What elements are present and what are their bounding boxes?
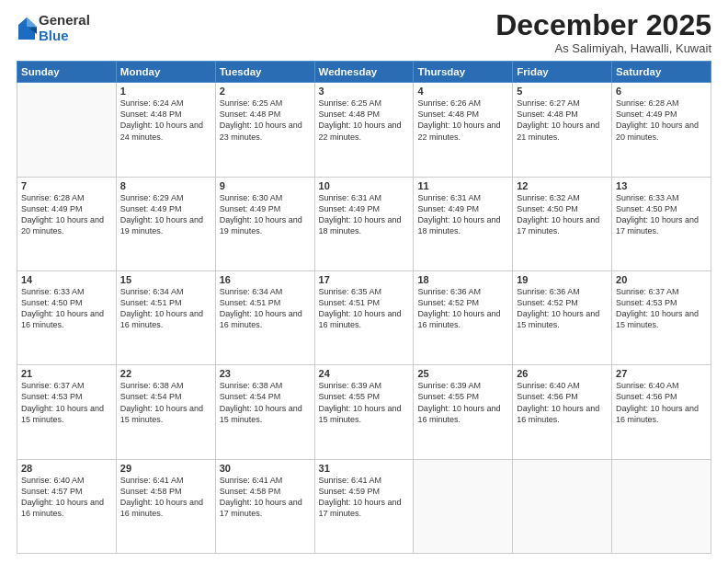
calendar-week-5: 28Sunrise: 6:40 AM Sunset: 4:57 PM Dayli… [17, 459, 711, 553]
day-number: 19 [517, 274, 608, 285]
day-info: Sunrise: 6:26 AM Sunset: 4:48 PM Dayligh… [417, 98, 508, 143]
title-block: December 2025 As Salimiyah, Hawalli, Kuw… [495, 9, 711, 55]
day-info: Sunrise: 6:32 AM Sunset: 4:50 PM Dayligh… [517, 192, 608, 237]
calendar-cell [612, 459, 711, 553]
calendar-cell: 15Sunrise: 6:34 AM Sunset: 4:51 PM Dayli… [116, 270, 215, 364]
day-number: 9 [220, 180, 311, 191]
day-info: Sunrise: 6:41 AM Sunset: 4:59 PM Dayligh… [319, 475, 410, 520]
calendar-table: Sunday Monday Tuesday Wednesday Thursday… [17, 61, 711, 554]
calendar-cell: 5Sunrise: 6:27 AM Sunset: 4:48 PM Daylig… [513, 83, 612, 177]
calendar-cell: 6Sunrise: 6:28 AM Sunset: 4:49 PM Daylig… [612, 83, 711, 177]
day-info: Sunrise: 6:34 AM Sunset: 4:51 PM Dayligh… [220, 286, 311, 331]
calendar-week-1: 1Sunrise: 6:24 AM Sunset: 4:48 PM Daylig… [17, 83, 711, 177]
calendar-cell: 30Sunrise: 6:41 AM Sunset: 4:58 PM Dayli… [215, 459, 314, 553]
day-number: 28 [21, 463, 112, 474]
calendar-cell: 18Sunrise: 6:36 AM Sunset: 4:52 PM Dayli… [414, 270, 513, 364]
calendar-cell: 8Sunrise: 6:29 AM Sunset: 4:49 PM Daylig… [116, 177, 215, 270]
day-number: 31 [319, 463, 410, 474]
calendar-cell: 31Sunrise: 6:41 AM Sunset: 4:59 PM Dayli… [314, 459, 414, 553]
day-number: 29 [120, 463, 211, 474]
header: General Blue December 2025 As Salimiyah,… [17, 9, 711, 55]
day-info: Sunrise: 6:38 AM Sunset: 4:54 PM Dayligh… [120, 380, 211, 425]
day-info: Sunrise: 6:24 AM Sunset: 4:48 PM Dayligh… [120, 98, 211, 143]
calendar-cell: 16Sunrise: 6:34 AM Sunset: 4:51 PM Dayli… [215, 270, 314, 364]
calendar-cell: 9Sunrise: 6:30 AM Sunset: 4:49 PM Daylig… [215, 177, 314, 270]
day-info: Sunrise: 6:29 AM Sunset: 4:49 PM Dayligh… [120, 192, 211, 237]
day-number: 5 [517, 86, 608, 97]
calendar-cell: 19Sunrise: 6:36 AM Sunset: 4:52 PM Dayli… [513, 270, 612, 364]
day-info: Sunrise: 6:41 AM Sunset: 4:58 PM Dayligh… [120, 475, 211, 520]
day-number: 15 [120, 274, 211, 285]
svg-marker-1 [27, 17, 37, 27]
day-info: Sunrise: 6:31 AM Sunset: 4:49 PM Dayligh… [417, 192, 508, 237]
logo-icon [17, 16, 37, 41]
calendar-cell: 4Sunrise: 6:26 AM Sunset: 4:48 PM Daylig… [414, 83, 513, 177]
day-number: 25 [417, 368, 508, 379]
day-info: Sunrise: 6:25 AM Sunset: 4:48 PM Dayligh… [319, 98, 410, 143]
month-title: December 2025 [495, 9, 711, 41]
calendar-cell [17, 83, 117, 177]
day-number: 2 [220, 86, 311, 97]
day-number: 30 [220, 463, 311, 474]
col-wednesday: Wednesday [314, 62, 414, 83]
calendar-cell: 27Sunrise: 6:40 AM Sunset: 4:56 PM Dayli… [612, 365, 711, 459]
calendar-cell: 2Sunrise: 6:25 AM Sunset: 4:48 PM Daylig… [215, 83, 314, 177]
day-info: Sunrise: 6:34 AM Sunset: 4:51 PM Dayligh… [120, 286, 211, 331]
day-info: Sunrise: 6:41 AM Sunset: 4:58 PM Dayligh… [220, 475, 311, 520]
day-info: Sunrise: 6:28 AM Sunset: 4:49 PM Dayligh… [616, 98, 707, 143]
day-info: Sunrise: 6:40 AM Sunset: 4:56 PM Dayligh… [517, 380, 608, 425]
col-tuesday: Tuesday [215, 62, 314, 83]
logo-text: General Blue [39, 13, 90, 43]
day-number: 1 [120, 86, 211, 97]
day-info: Sunrise: 6:33 AM Sunset: 4:50 PM Dayligh… [616, 192, 707, 237]
calendar-cell: 17Sunrise: 6:35 AM Sunset: 4:51 PM Dayli… [314, 270, 414, 364]
location-subtitle: As Salimiyah, Hawalli, Kuwait [495, 41, 711, 55]
calendar-cell: 14Sunrise: 6:33 AM Sunset: 4:50 PM Dayli… [17, 270, 117, 364]
calendar-cell: 3Sunrise: 6:25 AM Sunset: 4:48 PM Daylig… [314, 83, 414, 177]
col-friday: Friday [513, 62, 612, 83]
day-info: Sunrise: 6:36 AM Sunset: 4:52 PM Dayligh… [417, 286, 508, 331]
calendar-cell [414, 459, 513, 553]
day-number: 22 [120, 368, 211, 379]
day-number: 11 [417, 180, 508, 191]
day-number: 10 [319, 180, 410, 191]
day-number: 12 [517, 180, 608, 191]
day-number: 18 [417, 274, 508, 285]
day-number: 7 [21, 180, 112, 191]
day-info: Sunrise: 6:30 AM Sunset: 4:49 PM Dayligh… [220, 192, 311, 237]
calendar-cell: 28Sunrise: 6:40 AM Sunset: 4:57 PM Dayli… [17, 459, 117, 553]
calendar-week-3: 14Sunrise: 6:33 AM Sunset: 4:50 PM Dayli… [17, 270, 711, 364]
col-monday: Monday [116, 62, 215, 83]
day-number: 3 [319, 86, 410, 97]
day-info: Sunrise: 6:27 AM Sunset: 4:48 PM Dayligh… [517, 98, 608, 143]
calendar-cell: 11Sunrise: 6:31 AM Sunset: 4:49 PM Dayli… [414, 177, 513, 270]
day-info: Sunrise: 6:28 AM Sunset: 4:49 PM Dayligh… [21, 192, 112, 237]
day-info: Sunrise: 6:25 AM Sunset: 4:48 PM Dayligh… [220, 98, 311, 143]
page: General Blue December 2025 As Salimiyah,… [0, 0, 728, 563]
day-info: Sunrise: 6:40 AM Sunset: 4:57 PM Dayligh… [21, 475, 112, 520]
calendar-cell: 10Sunrise: 6:31 AM Sunset: 4:49 PM Dayli… [314, 177, 414, 270]
day-number: 26 [517, 368, 608, 379]
calendar-cell [513, 459, 612, 553]
calendar-cell: 20Sunrise: 6:37 AM Sunset: 4:53 PM Dayli… [612, 270, 711, 364]
col-thursday: Thursday [414, 62, 513, 83]
day-info: Sunrise: 6:38 AM Sunset: 4:54 PM Dayligh… [220, 380, 311, 425]
day-info: Sunrise: 6:33 AM Sunset: 4:50 PM Dayligh… [21, 286, 112, 331]
day-info: Sunrise: 6:37 AM Sunset: 4:53 PM Dayligh… [616, 286, 707, 331]
calendar-cell: 13Sunrise: 6:33 AM Sunset: 4:50 PM Dayli… [612, 177, 711, 270]
calendar-cell: 26Sunrise: 6:40 AM Sunset: 4:56 PM Dayli… [513, 365, 612, 459]
day-number: 4 [417, 86, 508, 97]
day-info: Sunrise: 6:37 AM Sunset: 4:53 PM Dayligh… [21, 380, 112, 425]
day-info: Sunrise: 6:31 AM Sunset: 4:49 PM Dayligh… [319, 192, 410, 237]
calendar-cell: 22Sunrise: 6:38 AM Sunset: 4:54 PM Dayli… [116, 365, 215, 459]
calendar-week-4: 21Sunrise: 6:37 AM Sunset: 4:53 PM Dayli… [17, 365, 711, 459]
calendar-cell: 7Sunrise: 6:28 AM Sunset: 4:49 PM Daylig… [17, 177, 117, 270]
day-number: 20 [616, 274, 707, 285]
day-info: Sunrise: 6:35 AM Sunset: 4:51 PM Dayligh… [319, 286, 410, 331]
logo-general-text: General [39, 13, 90, 29]
day-number: 27 [616, 368, 707, 379]
day-info: Sunrise: 6:40 AM Sunset: 4:56 PM Dayligh… [616, 380, 707, 425]
calendar-cell: 12Sunrise: 6:32 AM Sunset: 4:50 PM Dayli… [513, 177, 612, 270]
day-info: Sunrise: 6:39 AM Sunset: 4:55 PM Dayligh… [319, 380, 410, 425]
col-sunday: Sunday [17, 62, 117, 83]
